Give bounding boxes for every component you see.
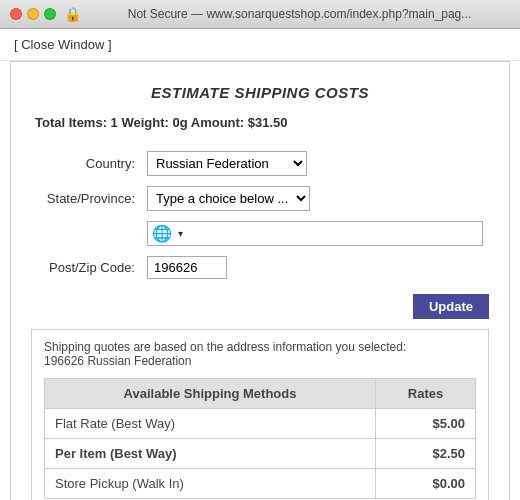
country-row: Country: Russian Federation — [31, 146, 489, 181]
section-title: ESTIMATE SHIPPING COSTS — [31, 72, 489, 115]
rate-cell: $2.50 — [376, 439, 476, 469]
col-rates-header: Rates — [376, 379, 476, 409]
title-bar-text: Not Secure — www.sonarquestshop.com/inde… — [89, 7, 510, 21]
method-cell: Store Pickup (Walk In) — [45, 469, 376, 499]
zip-label: Post/Zip Code: — [31, 251, 141, 284]
maximize-button[interactable] — [44, 8, 56, 20]
rate-cell: $5.00 — [376, 409, 476, 439]
shipping-info-box: Shipping quotes are based on the address… — [31, 329, 489, 500]
country-label: Country: — [31, 146, 141, 181]
order-info: Total Items: 1 Weight: 0g Amount: $31.50 — [31, 115, 489, 130]
table-row: Per Item (Best Way)$2.50 — [45, 439, 476, 469]
minimize-button[interactable] — [27, 8, 39, 20]
shipping-info-line2: 196626 Russian Federation — [44, 354, 476, 368]
table-row: Flat Rate (Best Way)$5.00 — [45, 409, 476, 439]
update-row: Update — [31, 294, 489, 319]
zip-input[interactable] — [147, 256, 227, 279]
state-row: State/Province: Type a choice below ... — [31, 181, 489, 216]
traffic-lights — [10, 8, 56, 20]
shipping-info-line1: Shipping quotes are based on the address… — [44, 340, 476, 354]
zip-row: Post/Zip Code: — [31, 251, 489, 284]
browser-icon: 🔒 — [64, 6, 81, 22]
title-bar: 🔒 Not Secure — www.sonarquestshop.com/in… — [0, 0, 520, 29]
method-cell: Flat Rate (Best Way) — [45, 409, 376, 439]
zone-row: 🌐 ▾ — [31, 216, 489, 251]
zone-label — [31, 216, 141, 251]
state-select[interactable]: Type a choice below ... — [147, 186, 310, 211]
close-button[interactable] — [10, 8, 22, 20]
country-select[interactable]: Russian Federation — [147, 151, 307, 176]
state-field: Type a choice below ... — [147, 186, 483, 211]
table-row: Store Pickup (Walk In)$0.00 — [45, 469, 476, 499]
shipping-table-header-row: Available Shipping Methods Rates — [45, 379, 476, 409]
rate-cell: $0.00 — [376, 469, 476, 499]
shipping-table: Available Shipping Methods Rates Flat Ra… — [44, 378, 476, 499]
main-content: ESTIMATE SHIPPING COSTS Total Items: 1 W… — [10, 61, 510, 500]
close-window-top-link[interactable]: [ Close Window ] — [14, 37, 112, 52]
zone-globe-select[interactable]: 🌐 ▾ — [147, 221, 483, 246]
col-methods-header: Available Shipping Methods — [45, 379, 376, 409]
form-table: Country: Russian Federation State/Provin… — [31, 146, 489, 284]
method-cell: Per Item (Best Way) — [45, 439, 376, 469]
chevron-down-icon: ▾ — [178, 228, 183, 239]
close-window-top-area: [ Close Window ] — [0, 29, 520, 61]
update-button[interactable]: Update — [413, 294, 489, 319]
page: [ Close Window ] ESTIMATE SHIPPING COSTS… — [0, 29, 520, 500]
state-label: State/Province: — [31, 181, 141, 216]
globe-icon: 🌐 — [152, 224, 172, 243]
country-field: Russian Federation — [147, 151, 483, 176]
